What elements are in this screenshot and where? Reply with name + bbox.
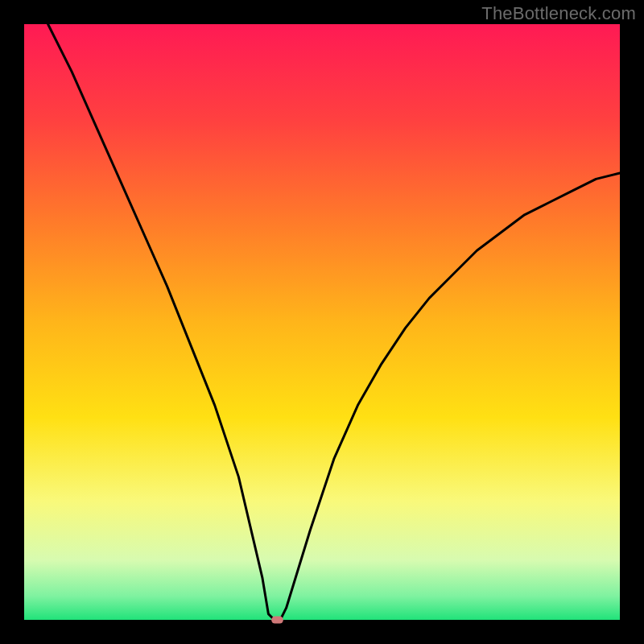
plot-background [24, 24, 620, 620]
chart-svg [0, 0, 644, 644]
watermark-text: TheBottleneck.com [481, 3, 636, 24]
chart-frame: TheBottleneck.com [0, 0, 644, 644]
optimal-marker [271, 617, 283, 624]
